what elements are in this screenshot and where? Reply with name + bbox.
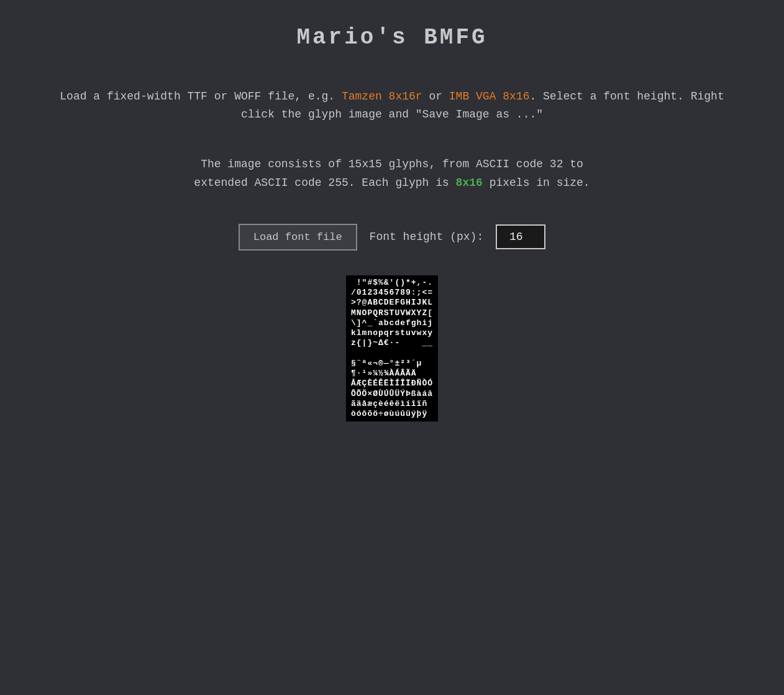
description-text-1: Load a fixed-width TTF or WOFF file, e.g…	[60, 90, 342, 103]
imb-link[interactable]: IMB VGA 8x16	[449, 90, 530, 103]
glyph-size-value: 8x16	[456, 177, 483, 189]
tamzen-link[interactable]: Tamzen 8x16r	[342, 90, 422, 103]
description-or: or	[422, 90, 449, 103]
info-line3: pixels in size.	[483, 177, 590, 189]
font-height-label: Font height (px):	[370, 231, 484, 243]
info-block: The image consists of 15x15 glyphs, from…	[194, 155, 590, 193]
glyph-image: !"#$%&'()*+,-. /0123456789:;<= >?@ABCDEF…	[346, 275, 438, 422]
font-height-input[interactable]	[496, 224, 545, 249]
page-title: Mario's BMFG	[296, 25, 487, 50]
description-block: Load a fixed-width TTF or WOFF file, e.g…	[50, 88, 734, 124]
info-line2: extended ASCII code 255. Each glyph is	[194, 177, 455, 189]
load-font-button[interactable]: Load font file	[239, 224, 357, 251]
info-line1: The image consists of 15x15 glyphs, from…	[201, 158, 583, 170]
glyph-preview-container: !"#$%&'()*+,-. /0123456789:;<= >?@ABCDEF…	[346, 275, 438, 422]
controls-bar: Load font file Font height (px):	[239, 224, 545, 251]
